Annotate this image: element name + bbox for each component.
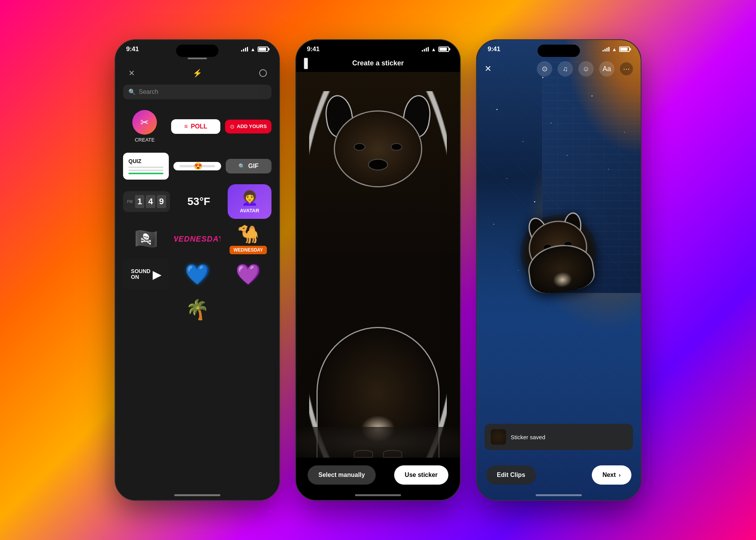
dog-eye-left-2 (354, 143, 365, 151)
sound-on-text: SOUND (131, 268, 151, 274)
camera-story-button[interactable]: ⊙ (537, 61, 552, 77)
battery-icon-1 (258, 47, 268, 52)
arrow-icon: ▶ (153, 268, 162, 281)
wednesday-orange-badge: WEDNESDAY (230, 246, 267, 254)
pirate-hat-icon: 🏴‍☠️ (134, 228, 158, 250)
scroll-pill (188, 58, 207, 59)
create-sticker-title: Create a sticker (352, 59, 404, 67)
poll-label: POLL (191, 123, 207, 130)
avatar-item[interactable]: 👩‍🦱 AVATAR (228, 184, 271, 219)
phone1-screen: 9:41 ▲ ✕ ⚡ (115, 40, 279, 500)
sticker-row-3: PM 1 4 9 53°F 👩‍🦱 AVATAR (123, 184, 271, 219)
create-label: CREATE (135, 137, 155, 143)
dog-head (334, 110, 422, 187)
sticker-row-6: 🌴 (123, 294, 271, 325)
status-icons-3: ▲ (603, 47, 630, 52)
palm-sticker[interactable]: 🌴 (123, 294, 271, 325)
sound-on-text2: ON (131, 274, 139, 280)
poll-sticker-item[interactable]: ≡ POLL (171, 119, 221, 134)
edit-clips-button[interactable]: Edit Clips (486, 465, 536, 485)
back-button[interactable]: ‹ (304, 58, 308, 69)
poll-lines-icon: ≡ (184, 123, 188, 130)
sticker-chest (552, 271, 573, 289)
phone-3: 9:41 ▲ ✕ ⊙ ♫ (476, 39, 641, 501)
use-sticker-button[interactable]: Use sticker (394, 465, 448, 485)
wednesday-pink-sticker[interactable]: WEDNESDAY (174, 223, 221, 254)
dog-image-container (296, 72, 460, 458)
add-yours-sticker-item[interactable]: ⊙ ADD YOURS (225, 120, 271, 133)
blue-heart-sticker[interactable]: 💙 (174, 259, 221, 290)
next-button[interactable]: Next › (592, 465, 631, 485)
close-story-button[interactable]: ✕ (485, 64, 491, 74)
status-time-2: 9:41 (307, 45, 320, 53)
music-story-button[interactable]: ♫ (558, 61, 573, 77)
add-yours-label: ADD YOURS (237, 123, 267, 129)
phone-1: 9:41 ▲ ✕ ⚡ (115, 39, 280, 501)
quiz-lines (128, 167, 163, 174)
sticker-saved-thumbnail (491, 429, 506, 445)
lightning-button[interactable]: ⚡ (190, 66, 204, 80)
home-bar-1 (174, 494, 220, 496)
story-toolbar: ✕ ⊙ ♫ ☺ Aa ⋯ (477, 61, 641, 77)
sound-on-sticker[interactable]: SOUND ON ▶ (123, 259, 170, 290)
purple-heart-icon: 💜 (236, 263, 261, 286)
dynamic-island-2 (357, 45, 399, 57)
camel-icon: 🐪 (237, 223, 259, 244)
archive-button[interactable] (256, 66, 270, 80)
count-digit-2: 4 (146, 195, 155, 208)
count-digit-1: 1 (135, 195, 144, 208)
dog-nose-2 (368, 159, 388, 170)
wifi-icon-1: ▲ (250, 47, 255, 52)
temperature-item[interactable]: 53°F (175, 192, 223, 212)
signal-icon-2 (422, 47, 429, 52)
emoji-slider-item[interactable]: 😍 (173, 162, 221, 170)
purple-heart-sticker[interactable]: 💜 (225, 259, 271, 290)
avatar-label: AVATAR (240, 208, 259, 213)
quiz-sticker-item[interactable]: QUIZ (123, 153, 169, 180)
avatar-emoji: 👩‍🦱 (241, 190, 258, 206)
story-top-icons: ⊙ ♫ ☺ Aa ⋯ (537, 61, 633, 77)
camera-story-icon: ⊙ (542, 65, 548, 73)
wednesday-camel-sticker[interactable]: 🐪 WEDNESDAY (225, 223, 271, 254)
lightning-icon: ⚡ (193, 68, 202, 78)
close-button-1[interactable]: ✕ (125, 66, 138, 80)
gif-label: GIF (248, 163, 258, 170)
phone-2: 9:41 ▲ ‹ Create a sticker (295, 39, 461, 501)
quiz-text: QUIZ (128, 158, 141, 164)
sticker-saved-notification: Sticker saved (485, 424, 633, 450)
next-chevron-icon: › (619, 472, 621, 478)
wednesday-pink-label: WEDNESDAY (174, 235, 221, 243)
sticker-grid: ✂ CREATE ≡ POLL ⊙ ADD YOURS QUIZ (115, 105, 279, 500)
sticker-row-5: SOUND ON ▶ 💙 💜 (123, 259, 271, 290)
sound-on-label: SOUND ON (131, 268, 151, 280)
dynamic-island-1 (176, 45, 218, 57)
sticker-story-button[interactable]: ☺ (578, 61, 594, 77)
palm-icon: 🌴 (185, 298, 209, 321)
gif-search-icon: 🔍 (238, 163, 245, 169)
quiz-line-3 (128, 173, 163, 174)
countdown-item[interactable]: PM 1 4 9 (123, 191, 170, 212)
dynamic-island-3 (538, 45, 580, 57)
more-story-button[interactable]: ⋯ (620, 62, 633, 75)
create-sticker-item[interactable]: ✂ CREATE (123, 105, 167, 148)
slider-thumb-emoji: 😍 (194, 163, 202, 170)
signal-icon-3 (603, 47, 609, 52)
select-manually-button[interactable]: Select manually (308, 465, 376, 485)
quiz-line-2 (128, 170, 163, 171)
search-placeholder: Search (139, 88, 158, 95)
quiz-line-1 (128, 167, 163, 168)
sticker-row-4: 🏴‍☠️ WEDNESDAY 🐪 WEDNESDAY (123, 223, 271, 254)
sticker-saved-text: Sticker saved (511, 434, 545, 440)
dog-pillow (296, 427, 460, 458)
gif-sticker-item[interactable]: 🔍 GIF (226, 159, 271, 173)
pirate-hat-sticker[interactable]: 🏴‍☠️ (123, 223, 170, 254)
home-bar-3 (536, 494, 582, 496)
text-story-button[interactable]: Aa (599, 61, 614, 77)
search-icon: 🔍 (128, 88, 136, 95)
close-story-icon: ✕ (485, 64, 491, 73)
count-digit-3: 9 (157, 195, 166, 208)
search-bar[interactable]: 🔍 Search (123, 85, 271, 99)
dog-sticker-on-story[interactable] (515, 210, 602, 297)
wifi-icon-2: ▲ (431, 47, 436, 52)
dog-eye-right-2 (391, 143, 402, 151)
